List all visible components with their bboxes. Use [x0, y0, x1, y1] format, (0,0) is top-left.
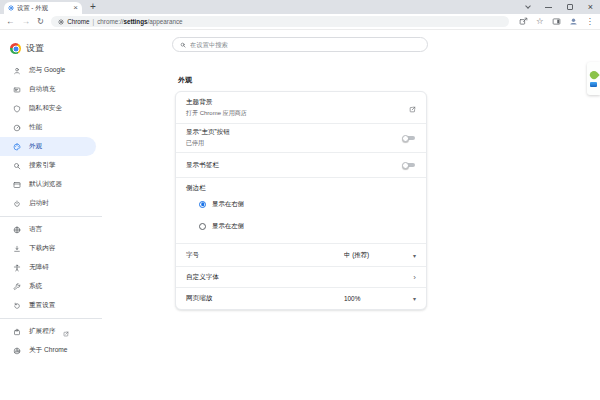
settings-page: 设置 您与 Google 自动填充 隐私和安全 性能 外观 搜索引擎 [0, 30, 600, 400]
chrome-logo [10, 43, 21, 54]
person-icon [13, 67, 21, 75]
side-panel-row: 侧边栏 显示在右侧 显示在左侧 [176, 178, 426, 244]
home-button-status: 已停用 [186, 139, 402, 148]
theme-row[interactable]: 主题背景 打开 Chrome 应用商店 [176, 92, 426, 124]
search-icon [180, 42, 186, 48]
sidebar-item-appearance[interactable]: 外观 [0, 137, 96, 156]
theme-subtitle: 打开 Chrome 应用商店 [186, 109, 409, 118]
wrench-icon [13, 283, 21, 291]
power-icon [13, 200, 21, 208]
sidebar-item-you-and-google[interactable]: 您与 Google [0, 61, 96, 80]
radio-unselected-icon[interactable] [199, 223, 206, 230]
sidebar-item-default-browser[interactable]: 默认浏览器 [0, 175, 96, 194]
sidebar-item-downloads[interactable]: 下载内容 [0, 239, 96, 258]
show-bookmarks-bar-row: 显示书签栏 [176, 153, 426, 178]
address-bar[interactable]: Chrome | chrome://settings/appearance [51, 16, 509, 27]
settings-sidebar: 您与 Google 自动填充 隐私和安全 性能 外观 搜索引擎 默认浏览器 启 [0, 61, 165, 360]
sidebar-item-accessibility[interactable]: 无障碍 [0, 258, 96, 277]
toolbar-actions: ☆ ⋮ [519, 17, 594, 26]
window-controls: × [526, 0, 593, 14]
chevron-right-icon: › [413, 273, 416, 282]
speedometer-icon [13, 124, 21, 132]
reset-icon [13, 302, 21, 310]
external-link-icon [63, 323, 69, 341]
sidebar-item-languages[interactable]: 语言 [0, 220, 96, 239]
sidebar-item-on-startup[interactable]: 启动时 [0, 194, 96, 213]
sidebar-divider [0, 216, 102, 217]
dropdown-arrow-icon: ▾ [413, 295, 416, 302]
maximize-button[interactable] [567, 4, 573, 10]
customize-fonts-title: 自定义字体 [186, 273, 413, 282]
bookmarks-bar-toggle[interactable] [402, 162, 416, 169]
sidebar-item-extensions[interactable]: 扩展程序 [0, 322, 96, 341]
bookmark-star-icon[interactable]: ☆ [536, 17, 544, 26]
home-button-toggle[interactable] [402, 135, 416, 142]
settings-gear-icon [8, 5, 14, 11]
avatar[interactable] [569, 17, 578, 26]
window-close-button[interactable]: × [588, 3, 593, 12]
section-title: 外观 [178, 75, 427, 85]
new-tab-button[interactable]: + [90, 0, 96, 13]
shield-icon [13, 105, 21, 113]
site-settings-gear-icon [58, 19, 64, 25]
download-icon [13, 245, 21, 253]
open-in-new-icon[interactable] [409, 99, 416, 117]
browser-window-icon [13, 181, 21, 189]
reload-icon[interactable]: ↻ [37, 17, 44, 26]
sidebar-divider [0, 318, 102, 319]
sidebar-item-privacy[interactable]: 隐私和安全 [0, 99, 96, 118]
page-zoom-title: 网页缩放 [186, 294, 344, 303]
font-size-row: 字号 中 (推荐) ▾ [176, 244, 426, 267]
show-home-button-row: 显示“主页”按钮 已停用 [176, 124, 426, 153]
tab-close-icon[interactable]: × [73, 4, 78, 12]
sidebar-item-search-engine[interactable]: 搜索引擎 [0, 156, 96, 175]
puzzle-icon [13, 328, 21, 336]
font-size-title: 字号 [186, 251, 344, 260]
appearance-card: 主题背景 打开 Chrome 应用商店 显示“主页”按钮 已停用 显示书签栏 [175, 91, 427, 310]
browser-toolbar: ← → ↻ Chrome | chrome://settings/appeara… [0, 14, 600, 30]
browser-tab[interactable]: 设置 - 外观 × [4, 2, 82, 14]
tab-strip: 设置 - 外观 × + × [0, 0, 600, 14]
appearance-section: 外观 主题背景 打开 Chrome 应用商店 显示“主页”按钮 已停用 显示书签… [175, 75, 427, 310]
search-input[interactable] [190, 41, 420, 48]
radio-selected-icon[interactable] [199, 201, 206, 208]
palette-icon [13, 143, 21, 151]
side-panel-option-left[interactable]: 显示在左侧 [199, 215, 416, 237]
dropdown-arrow-icon: ▾ [413, 252, 416, 259]
home-button-title: 显示“主页”按钮 [186, 128, 402, 137]
sidebar-item-autofill[interactable]: 自动填充 [0, 80, 96, 99]
font-size-select[interactable]: 中 (推荐) ▾ [344, 251, 416, 260]
kebab-menu-icon[interactable]: ⋮ [586, 17, 595, 26]
site-label: Chrome [67, 18, 89, 25]
sidebar-item-reset[interactable]: 重置设置 [0, 296, 96, 315]
minimize-button[interactable] [545, 7, 552, 8]
globe-icon [13, 226, 21, 234]
page-title: 设置 [26, 42, 44, 55]
back-icon[interactable]: ← [6, 17, 15, 26]
sidebar-item-system[interactable]: 系统 [0, 277, 96, 296]
chrome-ring-icon [13, 347, 21, 355]
tab-title: 设置 - 外观 [17, 4, 70, 13]
blue-app-icon [590, 82, 597, 87]
share-edit-icon[interactable] [519, 17, 528, 26]
floating-edge-widget[interactable] [587, 62, 600, 95]
green-leaf-icon [588, 69, 599, 80]
settings-search-box[interactable] [172, 37, 428, 52]
theme-title: 主题背景 [186, 98, 409, 107]
side-panel-icon[interactable] [552, 17, 561, 26]
page-zoom-row: 网页缩放 100% ▾ [176, 288, 426, 309]
url-text: chrome://settings/appearance [97, 18, 182, 25]
customize-fonts-row[interactable]: 自定义字体 › [176, 267, 426, 288]
sidebar-item-about-chrome[interactable]: 关于 Chrome [0, 341, 96, 360]
page-zoom-select[interactable]: 100% ▾ [344, 295, 416, 302]
autofill-icon [13, 86, 21, 94]
accessibility-icon [13, 264, 21, 272]
side-panel-option-right[interactable]: 显示在右侧 [199, 193, 416, 215]
window-menu-chevron-icon[interactable] [525, 3, 531, 9]
side-panel-title: 侧边栏 [186, 184, 416, 193]
forward-icon[interactable]: → [22, 17, 31, 26]
bookmarks-bar-title: 显示书签栏 [186, 161, 402, 170]
magnifier-icon [13, 162, 21, 170]
omnibox-separator: | [93, 18, 95, 25]
sidebar-item-performance[interactable]: 性能 [0, 118, 96, 137]
